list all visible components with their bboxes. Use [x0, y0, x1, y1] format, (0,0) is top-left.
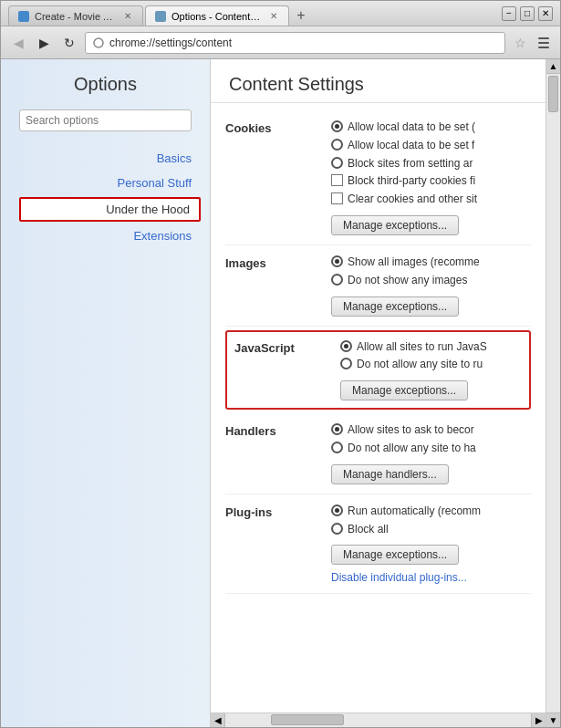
- cookies-manage-btn-container: Manage exceptions...: [331, 215, 531, 235]
- svg-point-0: [94, 38, 103, 47]
- cookies-option-2-text: Block sites from setting ar: [348, 156, 473, 172]
- tab-content-settings-close[interactable]: ✕: [268, 11, 279, 22]
- window-controls: − □ ✕: [502, 6, 553, 21]
- cookies-radio-0[interactable]: [331, 120, 343, 132]
- tab-movie-app-label: Create - Movie App: [35, 11, 117, 22]
- handlers-option-1: Do not allow any site to ha: [331, 441, 531, 456]
- cookies-option-2: Block sites from setting ar: [331, 156, 531, 172]
- handlers-option-0-text: Allow sites to ask to becor: [348, 422, 474, 438]
- content-settings-tab-icon: [155, 11, 166, 22]
- javascript-label: JavaScript: [234, 339, 326, 355]
- tab-movie-app[interactable]: Create - Movie App ✕: [8, 5, 143, 26]
- images-options: Show all images (recomme Do not show any…: [331, 255, 531, 317]
- refresh-button[interactable]: ↻: [59, 33, 79, 53]
- wrench-menu-button[interactable]: [535, 34, 553, 52]
- plugins-radio-0[interactable]: [331, 504, 343, 516]
- javascript-options: Allow all sites to run JavaS Do not allo…: [340, 339, 522, 401]
- cookies-option-0-text: Allow local data to be set (: [348, 120, 475, 135]
- tab-movie-app-close[interactable]: ✕: [122, 11, 133, 22]
- horizontal-scrollbar: ◀ ▶: [211, 712, 545, 727]
- forward-button[interactable]: ▶: [34, 33, 54, 53]
- tab-strip: Create - Movie App ✕ Options - Content S…: [8, 1, 502, 26]
- handlers-options: Allow sites to ask to becor Do not allow…: [331, 422, 531, 484]
- svg-rect-1: [538, 37, 549, 39]
- minimize-button[interactable]: −: [502, 6, 516, 21]
- javascript-option-1: Do not allow any site to ru: [340, 357, 522, 372]
- maximize-button[interactable]: □: [520, 6, 535, 21]
- cookies-radio-1[interactable]: [331, 139, 343, 151]
- main-area: Options Basics Personal Stuff Under the …: [1, 59, 560, 727]
- cookies-option-0: Allow local data to be set (: [331, 120, 531, 135]
- plugins-option-1-text: Block all: [348, 522, 389, 537]
- plugins-radio-1[interactable]: [331, 523, 343, 535]
- nav-bar: ◀ ▶ ↻ chrome://settings/content ☆: [1, 26, 560, 59]
- sidebar-item-extensions[interactable]: Extensions: [1, 224, 210, 248]
- cookies-section: Cookies Allow local data to be set ( All…: [225, 110, 531, 245]
- plugins-options: Run automatically (recomm Block all Mana…: [331, 504, 531, 585]
- scroll-left-button[interactable]: ◀: [211, 713, 225, 728]
- cookies-checkbox-4[interactable]: [331, 192, 343, 204]
- content-title: Content Settings: [229, 74, 527, 95]
- javascript-radio-0[interactable]: [340, 340, 352, 352]
- handlers-label: Handlers: [225, 422, 317, 438]
- address-lock-icon: [91, 36, 106, 50]
- sidebar-item-personal-stuff[interactable]: Personal Stuff: [1, 171, 210, 195]
- sidebar-nav: Basics Personal Stuff Under the Hood Ext…: [1, 146, 210, 248]
- scroll-up-button[interactable]: ▲: [546, 59, 560, 74]
- images-option-1-text: Do not show any images: [348, 273, 467, 288]
- cookies-option-1: Allow local data to be set f: [331, 138, 531, 153]
- handlers-radio-1[interactable]: [331, 442, 343, 453]
- javascript-option-0: Allow all sites to run JavaS: [340, 339, 522, 355]
- close-button[interactable]: ✕: [538, 6, 553, 21]
- content-header: Content Settings: [211, 59, 545, 103]
- cookies-option-3: Block third-party cookies fi: [331, 173, 531, 189]
- scroll-down-button[interactable]: ▼: [546, 712, 560, 727]
- sidebar-item-under-the-hood[interactable]: Under the Hood: [19, 197, 201, 222]
- content-area: Content Settings Cookies Allow local dat…: [211, 59, 545, 727]
- sidebar-item-basics[interactable]: Basics: [1, 146, 210, 171]
- tab-content-settings[interactable]: Options - Content Settings ✕: [145, 5, 289, 26]
- plugins-disable-link[interactable]: Disable individual plug-ins...: [331, 571, 467, 584]
- images-manage-exceptions-button[interactable]: Manage exceptions...: [331, 296, 459, 317]
- handlers-radio-0[interactable]: [331, 423, 343, 435]
- cookies-radio-2[interactable]: [331, 157, 343, 169]
- cookies-manage-exceptions-button[interactable]: Manage exceptions...: [331, 215, 459, 235]
- search-box: [19, 109, 192, 131]
- scroll-thumb[interactable]: [271, 714, 344, 725]
- javascript-radio-1[interactable]: [340, 358, 352, 369]
- content-scroll[interactable]: Content Settings Cookies Allow local dat…: [211, 59, 545, 712]
- scroll-thumb-vertical[interactable]: [548, 76, 558, 112]
- search-input[interactable]: [19, 109, 192, 131]
- sidebar-title: Options: [1, 74, 210, 95]
- cookies-option-4: Clear cookies and other sit: [331, 192, 531, 207]
- images-manage-btn-container: Manage exceptions...: [331, 296, 531, 317]
- images-radio-1[interactable]: [331, 274, 343, 286]
- javascript-manage-exceptions-button[interactable]: Manage exceptions...: [340, 380, 468, 400]
- images-option-0: Show all images (recomme: [331, 255, 531, 270]
- address-bar[interactable]: chrome://settings/content: [85, 32, 505, 54]
- svg-rect-3: [538, 47, 549, 48]
- bookmark-star-button[interactable]: ☆: [511, 34, 529, 52]
- javascript-option-0-text: Allow all sites to run JavaS: [357, 339, 487, 355]
- handlers-option-1-text: Do not allow any site to ha: [348, 441, 476, 456]
- cookies-option-1-text: Allow local data to be set f: [348, 138, 474, 153]
- back-button[interactable]: ◀: [8, 33, 28, 53]
- tab-content-settings-label: Options - Content Settings: [171, 11, 263, 22]
- scroll-right-button[interactable]: ▶: [531, 713, 545, 728]
- cookies-option-3-text: Block third-party cookies fi: [348, 173, 475, 189]
- javascript-section: JavaScript Allow all sites to run JavaS …: [225, 330, 531, 411]
- plugins-option-0: Run automatically (recomm: [331, 504, 531, 519]
- plugins-manage-btn-container: Manage exceptions...: [331, 545, 531, 565]
- plugins-disable-link-container: Disable individual plug-ins...: [331, 571, 531, 584]
- cookies-checkbox-3[interactable]: [331, 174, 343, 186]
- new-tab-button[interactable]: +: [291, 5, 311, 26]
- svg-rect-2: [538, 42, 549, 44]
- cookies-options: Allow local data to be set ( Allow local…: [331, 120, 531, 235]
- handlers-manage-btn-container: Manage handlers...: [331, 464, 531, 484]
- handlers-manage-button[interactable]: Manage handlers...: [331, 464, 449, 484]
- address-text: chrome://settings/content: [109, 36, 232, 49]
- scroll-track[interactable]: [225, 713, 531, 727]
- plugins-manage-exceptions-button[interactable]: Manage exceptions...: [331, 545, 459, 565]
- javascript-manage-btn-container: Manage exceptions...: [340, 380, 522, 400]
- images-radio-0[interactable]: [331, 255, 343, 267]
